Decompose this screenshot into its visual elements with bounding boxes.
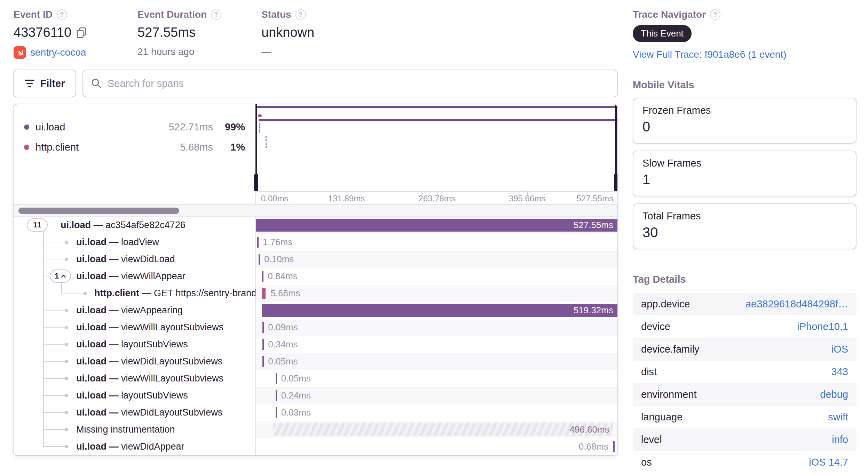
span-label: ui.load — ac354af5e82c4726 (61, 217, 186, 234)
span-tree-cell[interactable]: ui.load — viewAppearing (14, 302, 256, 319)
span-row[interactable]: 1ui.load — viewWillAppear0.84ms (14, 268, 617, 285)
missing-instrumentation-bar[interactable]: 496.60ms (273, 423, 613, 436)
span-tick[interactable] (262, 339, 264, 350)
span-tick[interactable] (257, 237, 259, 248)
span-tick[interactable] (262, 322, 264, 333)
tree-connector-line (43, 327, 65, 328)
span-count-badge[interactable]: 1 (50, 269, 71, 283)
minimap-left-handle[interactable] (255, 104, 257, 191)
help-icon[interactable]: ? (211, 9, 221, 20)
span-label: ui.load — viewDidAppear (76, 438, 184, 455)
span-row[interactable]: ui.load — viewDidLoad0.10ms (14, 251, 617, 268)
help-icon[interactable]: ? (57, 9, 67, 20)
span-duration-cell[interactable]: 519.32ms (256, 302, 617, 319)
legend-item: ui.load522.71ms99% (24, 117, 245, 137)
span-duration-cell[interactable]: 527.55ms (256, 217, 617, 234)
span-duration-cell[interactable]: 0.09ms (256, 319, 617, 336)
tag-value-link[interactable]: swift (828, 411, 848, 423)
tag-row: osiOS 14.7 (633, 451, 857, 474)
tag-value-link[interactable]: iPhone10,1 (797, 321, 848, 332)
span-duration-cell[interactable]: 1.76ms (256, 234, 617, 251)
minimap-right-handle[interactable] (615, 104, 617, 191)
span-row[interactable]: ui.load — layoutSubViews0.24ms (14, 387, 617, 404)
span-tree-cell[interactable]: ui.load — layoutSubViews (14, 336, 256, 353)
span-duration-cell[interactable]: 496.60ms (256, 421, 617, 438)
span-tree-cell[interactable]: Missing instrumentation (14, 421, 256, 438)
span-tick[interactable] (276, 390, 277, 401)
span-tree-cell[interactable]: 11ui.load — ac354af5e82c4726 (14, 217, 256, 234)
help-icon[interactable]: ? (295, 9, 306, 20)
scrollbar-thumb[interactable] (18, 208, 179, 214)
span-tick[interactable] (276, 407, 277, 418)
span-row[interactable]: ui.load — layoutSubViews0.34ms (14, 336, 617, 353)
copy-icon[interactable] (76, 27, 87, 39)
span-tree-cell[interactable]: ui.load — layoutSubViews (14, 387, 256, 404)
tag-row: languageswift (633, 406, 857, 428)
span-duration-cell[interactable]: 0.24ms (256, 387, 617, 404)
vital-card: Frozen Frames0 (633, 98, 857, 144)
span-tree-cell[interactable]: ui.load — viewDidLayoutSubviews (14, 353, 256, 370)
tree-connector-line (43, 412, 65, 413)
span-tree-cell[interactable]: http.client — GET https://sentry-brand.s… (14, 285, 256, 302)
span-tick[interactable] (262, 356, 264, 367)
span-tree-cell[interactable]: ui.load — viewWillLayoutSubviews (14, 370, 256, 387)
tag-key: device (641, 321, 670, 332)
tag-value-link[interactable]: iOS (831, 344, 848, 355)
span-duration-label: 0.24ms (281, 387, 311, 404)
span-tick[interactable] (613, 441, 615, 452)
span-duration-cell[interactable]: 0.03ms (256, 404, 617, 421)
span-tree-cell[interactable]: ui.load — viewDidAppear (14, 438, 256, 455)
filter-label: Filter (40, 78, 65, 89)
span-tree-cell[interactable]: ui.load — viewDidLoad (14, 251, 256, 268)
span-duration-label: 1.76ms (263, 234, 292, 251)
tree-connector-line (43, 231, 44, 234)
span-duration-label: 0.05ms (281, 370, 311, 387)
span-tick[interactable] (276, 373, 277, 384)
span-row[interactable]: Missing instrumentation496.60ms (14, 421, 617, 438)
span-duration-cell[interactable]: 0.10ms (256, 251, 617, 268)
tag-key: app.device (641, 298, 690, 310)
span-row[interactable]: ui.load — viewWillLayoutSubviews0.05ms (14, 370, 617, 387)
span-count-badge[interactable]: 11 (27, 218, 48, 232)
vital-value: 0 (642, 119, 847, 135)
help-icon[interactable]: ? (710, 9, 720, 20)
span-row[interactable]: http.client — GET https://sentry-brand.s… (14, 285, 617, 302)
tag-value-link[interactable]: debug (820, 389, 848, 400)
span-row[interactable]: 11ui.load — ac354af5e82c4726527.55ms (14, 217, 617, 234)
project-link[interactable]: sentry-cocoa (30, 47, 86, 58)
span-bar[interactable]: 519.32ms (262, 304, 617, 317)
minimap-span-dash (259, 123, 260, 133)
span-bar[interactable]: 527.55ms (256, 219, 617, 232)
span-row[interactable]: ui.load — viewDidLayoutSubviews0.03ms (14, 404, 617, 421)
tag-value-link[interactable]: info (832, 434, 848, 445)
span-duration-cell[interactable]: 0.34ms (256, 336, 617, 353)
span-row[interactable]: ui.load — loadView1.76ms (14, 234, 617, 251)
tag-value-link[interactable]: ae3829618d484298f… (745, 298, 848, 310)
span-tree-cell[interactable]: ui.load — viewDidLayoutSubviews (14, 404, 256, 421)
axis-tick-label: 0.00ms (261, 194, 289, 203)
span-tree-cell[interactable]: 1ui.load — viewWillAppear (14, 268, 256, 285)
span-duration-cell[interactable]: 0.05ms (256, 370, 617, 387)
tree-connector-line (43, 310, 65, 311)
span-row[interactable]: ui.load — viewWillLayoutSubviews0.09ms (14, 319, 617, 336)
span-tree-cell[interactable]: ui.load — loadView (14, 234, 256, 251)
this-event-badge: This Event (633, 25, 692, 42)
span-duration-cell[interactable]: 0.05ms (256, 353, 617, 370)
trace-navigator-label: Trace Navigator (633, 9, 706, 20)
tag-value-link[interactable]: iOS 14.7 (809, 457, 848, 468)
span-duration-cell[interactable]: 0.84ms (256, 268, 617, 285)
span-tick[interactable] (262, 271, 263, 282)
span-duration-cell[interactable]: 0.68ms (256, 438, 617, 455)
legend-percent: 99% (213, 121, 245, 133)
span-row[interactable]: ui.load — viewDidLayoutSubviews0.05ms (14, 353, 617, 370)
span-tick[interactable] (262, 288, 266, 299)
span-tick[interactable] (259, 254, 260, 265)
search-input[interactable] (108, 78, 610, 89)
span-tree-cell[interactable]: ui.load — viewWillLayoutSubviews (14, 319, 256, 336)
span-row[interactable]: ui.load — viewDidAppear0.68ms (14, 438, 617, 455)
view-full-trace-link[interactable]: View Full Trace: f901a8e6 (1 event) (633, 49, 787, 60)
span-row[interactable]: ui.load — viewAppearing519.32ms (14, 302, 617, 319)
span-duration-cell[interactable]: 5.68ms (256, 285, 617, 302)
filter-button[interactable]: Filter (13, 70, 76, 97)
tag-value-link[interactable]: 343 (831, 366, 848, 378)
